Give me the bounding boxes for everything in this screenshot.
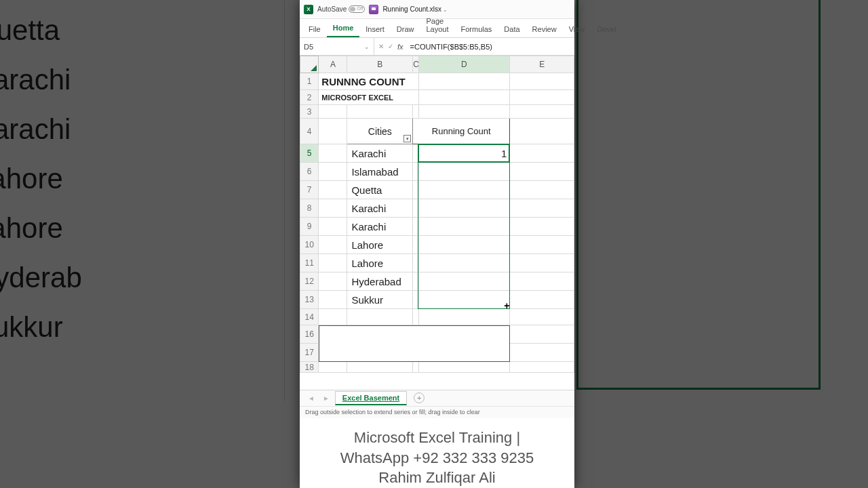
cell-D2[interactable] bbox=[418, 90, 510, 105]
cell-B7[interactable]: Quetta bbox=[347, 181, 413, 199]
formula-input[interactable]: =COUNTIF($B$5:B5,B5) bbox=[408, 43, 574, 51]
cell-B14[interactable] bbox=[347, 309, 413, 325]
cell-A18[interactable] bbox=[319, 362, 347, 373]
cell-A7[interactable] bbox=[319, 181, 347, 199]
cell-B11[interactable]: Lahore bbox=[347, 254, 413, 272]
row-header-3[interactable]: 3 bbox=[300, 105, 319, 119]
cell-D13[interactable] bbox=[418, 291, 510, 309]
save-icon[interactable] bbox=[369, 5, 378, 14]
row-header-17[interactable]: 17 bbox=[300, 344, 319, 362]
cell-B10[interactable]: Lahore bbox=[347, 236, 413, 254]
row-header-4[interactable]: 4 bbox=[300, 119, 319, 144]
cell-D3[interactable] bbox=[418, 105, 510, 119]
worksheet-grid[interactable]: ABCDE1RUNNNG COUNT2MICROSOFT EXCEL34Citi… bbox=[300, 56, 574, 390]
cell-E13[interactable] bbox=[510, 291, 574, 309]
cell-E1[interactable] bbox=[510, 73, 574, 90]
cell-E14[interactable] bbox=[510, 309, 574, 325]
cell-A8[interactable] bbox=[319, 199, 347, 218]
cell-A1[interactable]: RUNNNG COUNT bbox=[319, 73, 418, 90]
cell-B9[interactable]: Karachi bbox=[347, 218, 413, 236]
cell-E10[interactable] bbox=[510, 236, 574, 254]
row-header-5[interactable]: 5 bbox=[300, 144, 319, 163]
cell-B13[interactable]: Sukkur bbox=[347, 291, 413, 309]
row-header-16[interactable]: 16 bbox=[300, 325, 319, 344]
cell-E4[interactable] bbox=[510, 119, 574, 144]
cell-E18[interactable] bbox=[510, 362, 574, 373]
cell-D1[interactable] bbox=[418, 73, 510, 90]
cell-E8[interactable] bbox=[510, 199, 574, 218]
cell-A13[interactable] bbox=[319, 291, 347, 309]
ribbon-tab-devel[interactable]: Devel bbox=[591, 21, 622, 37]
row-header-6[interactable]: 6 bbox=[300, 163, 319, 181]
cell-D5[interactable]: 1 bbox=[418, 144, 510, 163]
tab-scroll-right-icon[interactable]: ► bbox=[320, 394, 332, 402]
cell-B6[interactable]: Islamabad bbox=[347, 163, 413, 181]
cell-B4[interactable]: Cities▾ bbox=[347, 119, 413, 144]
cell-D12[interactable] bbox=[418, 272, 510, 291]
ribbon-tab-formulas[interactable]: Formulas bbox=[455, 21, 498, 37]
cell-C6[interactable] bbox=[413, 163, 418, 181]
ribbon-tab-draw[interactable]: Draw bbox=[391, 21, 420, 37]
cell-A11[interactable] bbox=[319, 254, 347, 272]
cell-C11[interactable] bbox=[413, 254, 418, 272]
cell-E2[interactable] bbox=[510, 90, 574, 105]
cell-A5[interactable] bbox=[319, 144, 347, 163]
ribbon-tab-data[interactable]: Data bbox=[498, 21, 526, 37]
autosave-toggle[interactable]: AutoSave Off bbox=[317, 5, 365, 13]
row-header-7[interactable]: 7 bbox=[300, 181, 319, 199]
cell-C3[interactable] bbox=[413, 105, 418, 119]
cell-A3[interactable] bbox=[319, 105, 347, 119]
cell-A12[interactable] bbox=[319, 272, 347, 291]
ribbon-tab-home[interactable]: Home bbox=[327, 20, 360, 37]
ribbon-tab-page-layout[interactable]: Page Layout bbox=[420, 13, 454, 37]
cell-C12[interactable] bbox=[413, 272, 418, 291]
row-header-13[interactable]: 13 bbox=[300, 291, 319, 309]
column-header-E[interactable]: E bbox=[510, 56, 574, 73]
filter-icon[interactable]: ▾ bbox=[403, 135, 411, 142]
row-header-2[interactable]: 2 bbox=[300, 90, 319, 105]
cell-D10[interactable] bbox=[418, 236, 510, 254]
cell-E17[interactable] bbox=[510, 344, 574, 362]
cell-E6[interactable] bbox=[510, 163, 574, 181]
cell-E12[interactable] bbox=[510, 272, 574, 291]
column-header-C[interactable]: C bbox=[413, 56, 418, 73]
cell-C18[interactable] bbox=[413, 362, 418, 373]
cancel-formula-icon[interactable]: ✕ bbox=[378, 43, 384, 50]
ribbon-tab-insert[interactable]: Insert bbox=[359, 21, 391, 37]
row-header-10[interactable]: 10 bbox=[300, 236, 319, 254]
cell-C4[interactable]: Running Count bbox=[413, 119, 510, 144]
cell-A2[interactable]: MICROSOFT EXCEL bbox=[319, 90, 418, 105]
cell-E3[interactable] bbox=[510, 105, 574, 119]
column-header-A[interactable]: A bbox=[319, 56, 347, 73]
ribbon-tab-view[interactable]: View bbox=[563, 21, 591, 37]
cell-A9[interactable] bbox=[319, 218, 347, 236]
row-header-1[interactable]: 1 bbox=[300, 73, 319, 90]
cell-E9[interactable] bbox=[510, 218, 574, 236]
ribbon-tab-review[interactable]: Review bbox=[526, 21, 563, 37]
cell-D6[interactable] bbox=[418, 163, 510, 181]
row-header-14[interactable]: 14 bbox=[300, 309, 319, 325]
cell-D18[interactable] bbox=[418, 362, 510, 373]
add-sheet-button[interactable]: + bbox=[414, 392, 425, 403]
tab-scroll-left-icon[interactable]: ◄ bbox=[305, 394, 317, 402]
cell-C13[interactable] bbox=[413, 291, 418, 309]
row-header-9[interactable]: 9 bbox=[300, 218, 319, 236]
cell-C5[interactable] bbox=[413, 144, 418, 163]
cell-B18[interactable] bbox=[347, 362, 413, 373]
cell-D11[interactable] bbox=[418, 254, 510, 272]
ribbon-tab-file[interactable]: File bbox=[302, 21, 327, 37]
fill-handle-cursor[interactable]: + bbox=[503, 302, 511, 310]
cell-D9[interactable] bbox=[418, 218, 510, 236]
cell-C14[interactable] bbox=[413, 309, 418, 325]
cell-B3[interactable] bbox=[347, 105, 413, 119]
cell-D8[interactable] bbox=[418, 199, 510, 218]
row-header-11[interactable]: 11 bbox=[300, 254, 319, 272]
cell-A6[interactable] bbox=[319, 163, 347, 181]
cell-D14[interactable] bbox=[418, 309, 510, 325]
cell-A10[interactable] bbox=[319, 236, 347, 254]
cell-A14[interactable] bbox=[319, 309, 347, 325]
cell-A4[interactable] bbox=[319, 119, 347, 144]
cell-C7[interactable] bbox=[413, 181, 418, 199]
cell-B5[interactable]: Karachi bbox=[347, 144, 413, 163]
cell-C9[interactable] bbox=[413, 218, 418, 236]
